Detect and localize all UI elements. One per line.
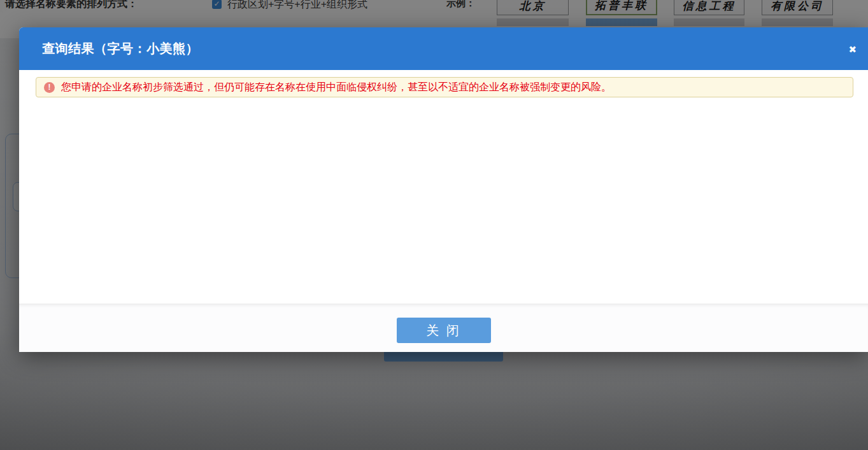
close-icon[interactable]: ✖	[848, 44, 857, 53]
warning-icon: !	[44, 82, 55, 93]
modal-title: 查询结果（字号：小美熊）	[42, 40, 199, 57]
query-result-modal: 查询结果（字号：小美熊） ✖ ! 您申请的企业名称初步筛选通过，但仍可能存在名称…	[19, 27, 868, 352]
modal-header: 查询结果（字号：小美熊） ✖	[19, 27, 868, 70]
alert-text: 您申请的企业名称初步筛选通过，但仍可能存在名称在使用中面临侵权纠纷，甚至以不适宜…	[61, 81, 611, 94]
close-button[interactable]: 关 闭	[397, 318, 491, 343]
alert-banner: ! 您申请的企业名称初步筛选通过，但仍可能存在名称在使用中面临侵权纠纷，甚至以不…	[36, 77, 853, 97]
modal-footer: 关 闭	[19, 304, 868, 352]
modal-body: ! 您申请的企业名称初步筛选通过，但仍可能存在名称在使用中面临侵权纠纷，甚至以不…	[19, 70, 868, 304]
page: 请选择名称要素的排列方式： ✓ 行政区划+字号+行业+组织形式 示例： 北京 拓…	[0, 0, 868, 450]
